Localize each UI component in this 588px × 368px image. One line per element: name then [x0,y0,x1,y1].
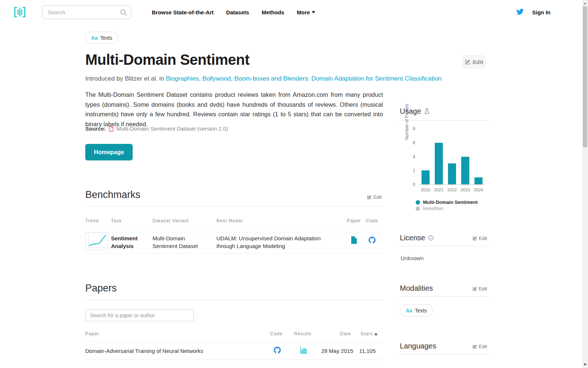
usage-bar-2022 [448,163,456,184]
benchmarks-col-dataset-variant: Dataset Variant [153,218,189,223]
benchmarks-col-trend: Trend [85,218,99,223]
nav-item-browse-sota[interactable]: Browse State-of-the-Art [152,9,214,15]
source-row: Source: Multi-Domain Sentiment Dataset (… [85,125,228,132]
edit-pencil-icon [465,59,470,65]
usage-chart-ytick: 6 [413,140,415,145]
papers-col-paper: Paper [85,331,99,336]
main-nav: Browse State-of-the-Art Datasets Methods… [152,0,315,24]
usage-chart-xtick: 2024 [474,188,483,192]
benchmark-dataset-variant: Multi-Domain Sentiment Dataset [153,234,209,250]
papers-col-date: Date [340,331,351,336]
scrollbar-down-arrow[interactable] [584,364,587,366]
license-edit-link[interactable]: Edit [473,236,487,241]
papers-col-results: Results [294,331,312,336]
benchmarks-col-paper: Paper [347,218,361,223]
usage-bar-2023 [461,157,469,185]
benchmark-task-link[interactable]: Sentiment Analysis [111,234,144,250]
modalities-edit-link[interactable]: Edit [473,286,487,291]
paperswithcode-logo[interactable] [14,7,26,18]
source-file-icon [109,126,114,132]
dataset-description: The Multi-Domain Sentiment Dataset conta… [85,90,383,129]
edit-dataset-button[interactable]: Edit [463,55,485,68]
papers-search-input[interactable] [85,309,194,321]
texts-aa-icon: Aa [91,35,98,41]
divider [85,360,383,360]
source-label: Source: [85,125,106,132]
languages-edit-link[interactable]: Edit [473,344,487,349]
paper-title-link[interactable]: Domain-Adversarial Training of Neural Ne… [85,348,203,354]
edit-pencil-icon [473,344,477,349]
modalities-heading: Modalities [400,284,433,293]
source-link[interactable]: Multi-Domain Sentiment Dataset (version … [116,125,228,132]
legend-dot-teal [416,200,420,205]
scrollbar-thumb[interactable] [583,6,587,147]
divider [85,232,383,232]
info-icon[interactable] [428,235,434,241]
texts-aa-icon: Aa [406,308,412,314]
usage-chart-xtick: 2022 [447,188,457,192]
edit-pencil-icon [367,195,372,199]
nav-item-methods[interactable]: Methods [262,9,284,15]
edit-pencil-icon [473,236,477,241]
divider [85,300,383,300]
usage-chart-ytick: 2 [413,168,415,173]
divider [85,342,383,342]
usage-chart-ytick: 4 [413,154,415,159]
usage-chart-ytick: 0 [413,182,415,187]
usage-legend: Multi-Domain Sentiment HotelRec [416,199,478,211]
twitter-icon[interactable] [516,8,524,15]
benchmarks-col-code: Code [366,218,378,223]
scrollbar-up-arrow[interactable] [584,2,587,4]
paper-stars: 11,105 [353,348,376,354]
license-heading: License [400,234,434,242]
legend-item-hotelrec[interactable]: HotelRec [416,206,478,211]
sort-ascending-icon [374,333,377,335]
edit-pencil-icon [473,287,477,291]
usage-bar-2021 [435,143,443,184]
paper-date: 28 May 2015 [316,348,353,354]
legend-item-multi-domain-sentiment[interactable]: Multi-Domain Sentiment [416,199,478,205]
usage-chart: 20202021202220232024 [419,129,485,185]
sign-in-button[interactable]: Sign In [532,0,551,24]
chevron-down-icon [312,11,315,14]
legend-dot-gray [416,206,420,211]
nav-item-datasets[interactable]: Datasets [226,9,249,15]
divider [400,354,488,354]
results-barchart-icon[interactable] [300,346,307,354]
nav-item-more[interactable]: More [297,9,316,15]
papers-heading: Papers [85,283,117,294]
page-title: Multi-Domain Sentiment [85,52,250,68]
languages-heading: Languages [400,342,436,350]
usage-bar-2020 [422,170,430,184]
benchmarks-col-best-model: Best Model [216,218,243,223]
usage-chart-ytick: 8 [413,126,415,131]
benchmark-best-model-link[interactable]: UDALM: Unsupervised Domain Adaptation th… [216,234,338,250]
github-icon[interactable] [274,347,281,354]
usage-chart-yticks: 86420 [407,126,415,187]
usage-chart-xtick: 2020 [421,188,430,192]
modality-badge-texts[interactable]: Aa Texts [400,304,433,316]
paper-link[interactable]: Biographies, Bollywood, Boom-boxes and B… [166,75,441,82]
benchmarks-heading: Benchmarks [85,189,140,201]
benchmarks-edit-link[interactable]: Edit [367,194,381,200]
usage-bar-2024 [474,177,483,184]
paper-document-icon[interactable] [351,236,357,244]
introduced-by-line: Introduced by Blitzer et al. in Biograph… [85,75,442,82]
usage-chart-xtick: 2021 [434,188,444,192]
search-input[interactable] [42,6,131,19]
divider [85,253,383,254]
benchmarks-col-task: Task [111,218,122,223]
divider [85,206,383,206]
flask-icon [424,108,430,114]
papers-col-stars-sort[interactable]: Stars [361,331,377,336]
modality-badge-texts[interactable]: Aa Texts [85,32,118,44]
search-icon[interactable] [120,9,127,16]
homepage-button[interactable]: Homepage [85,144,133,160]
github-icon[interactable] [369,237,376,244]
license-value: Unknown [401,255,424,261]
divider [400,120,488,121]
divider [400,296,488,297]
benchmark-trend-sparkline[interactable] [85,233,108,250]
divider [400,246,488,246]
usage-chart-xtick: 2023 [460,188,470,192]
